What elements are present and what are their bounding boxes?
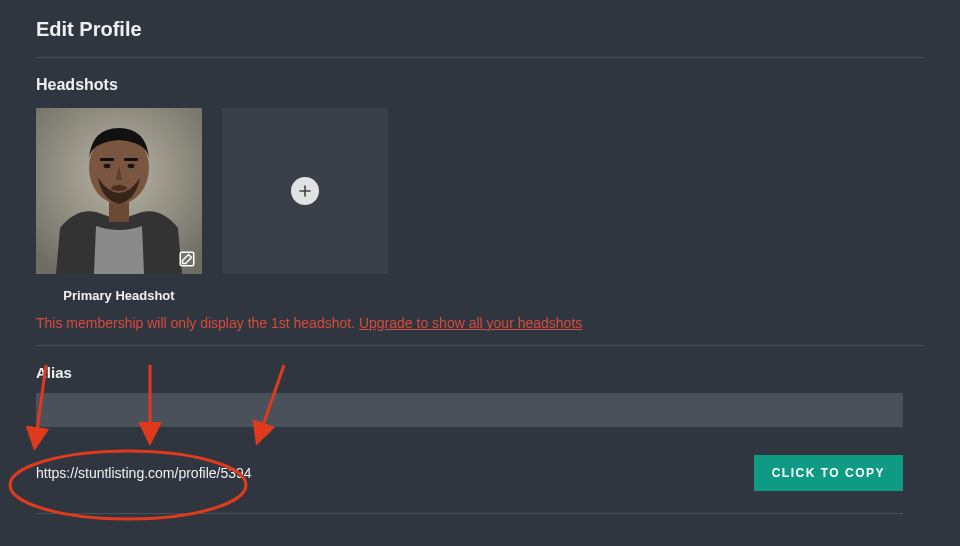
plus-icon: [291, 177, 319, 205]
alias-input[interactable]: [36, 393, 903, 427]
svg-point-5: [104, 164, 111, 168]
edit-icon[interactable]: [178, 250, 196, 268]
copy-button[interactable]: CLICK TO COPY: [754, 455, 903, 491]
primary-headshot[interactable]: [36, 108, 202, 274]
profile-url: https://stuntlisting.com/profile/5394: [36, 465, 252, 481]
divider: [36, 513, 903, 514]
add-headshot-slot[interactable]: [222, 108, 388, 274]
primary-headshot-caption: Primary Headshot: [36, 288, 202, 303]
headshots-section-title: Headshots: [36, 76, 924, 94]
page-title: Edit Profile: [36, 18, 924, 57]
membership-warning: This membership will only display the 1s…: [36, 315, 924, 331]
svg-point-6: [128, 164, 135, 168]
divider: [36, 57, 924, 58]
headshots-row: [36, 108, 924, 274]
divider: [36, 345, 924, 346]
svg-point-7: [111, 185, 127, 191]
membership-warning-text: This membership will only display the 1s…: [36, 315, 359, 331]
alias-label: Alias: [36, 364, 924, 381]
svg-rect-4: [124, 158, 138, 161]
svg-rect-3: [100, 158, 114, 161]
upgrade-link[interactable]: Upgrade to show all your headshots: [359, 315, 582, 331]
